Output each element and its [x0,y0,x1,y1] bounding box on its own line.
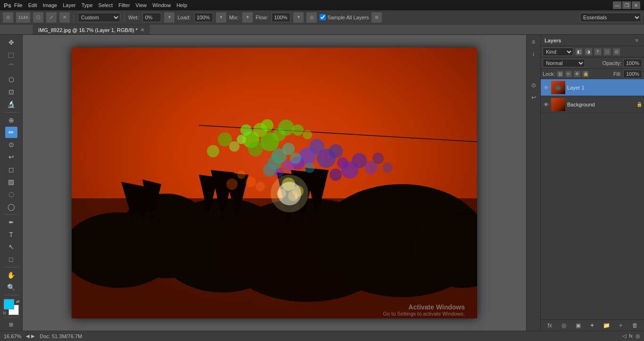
layer-item-background[interactable]: 👁 Background 🔒 [541,96,644,113]
fill-input[interactable] [623,70,642,78]
status-arrow-right[interactable]: ▶ [31,333,35,339]
essentials-select[interactable]: Essentials [580,13,641,22]
layer-visibility-eye-layer1[interactable]: 👁 [543,84,549,91]
brush-toggle-1[interactable]: ✓ [46,12,57,23]
airbrush-icon[interactable]: ◎ [306,12,317,23]
layer-new-button[interactable]: + [617,321,625,330]
wet-input[interactable] [142,13,161,22]
swap-colors-icon[interactable]: ⇄ [16,299,20,304]
status-arrow-left[interactable]: ◀ [26,333,30,339]
kind-smart-icon[interactable]: ⊙ [613,48,620,56]
kind-select[interactable]: Kind Name Effect [543,48,573,56]
layer-item-layer1[interactable]: 👁 Layer 1 [541,79,644,96]
menu-file[interactable]: File [14,2,23,8]
menu-view[interactable]: View [136,2,147,8]
panel-extra-icon[interactable]: ↩ [528,92,539,103]
document-tab[interactable]: IMG_8922.jpg @ 16.7% (Layer 1, RGB/8) * … [33,25,149,34]
pressure-icon[interactable]: ⊚ [372,12,382,23]
kind-shape-icon[interactable]: □ [603,48,611,56]
layer-visibility-eye-background[interactable]: 👁 [543,101,549,108]
menu-type[interactable]: Type [82,2,93,8]
svg-point-49 [290,153,301,164]
canvas[interactable] [72,48,477,318]
clone-stamp-tool[interactable]: ⊙ [5,139,17,150]
flow-input[interactable] [272,13,290,22]
reset-colors-icon[interactable]: ⊟ [3,311,6,315]
pen-tool[interactable]: ✒ [5,217,17,228]
close-button[interactable]: ✕ [632,1,640,9]
menu-select[interactable]: Select [99,2,113,8]
eraser-tool[interactable]: ◻ [5,164,17,175]
lock-transparency-icon[interactable]: ▥ [557,71,563,77]
menu-filter[interactable]: Filter [118,2,130,8]
menu-edit[interactable]: Edit [28,2,37,8]
blend-mode-select[interactable]: Normal Dissolve Multiply Screen Overlay [543,59,585,67]
brush-tool[interactable]: ✏ [5,127,17,138]
status-doc-info: Doc: 51.3M/76.7M [40,333,82,339]
titlebar-controls: — ❐ ✕ [613,1,640,9]
wet-dropdown[interactable]: ▼ [164,12,174,23]
type-tool[interactable]: T [5,229,17,240]
layer-delete-button[interactable]: 🗑 [631,321,639,330]
history-brush-tool[interactable]: ↩ [5,151,17,162]
hand-tool[interactable]: ✋ [5,269,17,281]
sample-all-checkbox[interactable] [320,14,326,20]
gradient-tool[interactable]: ▨ [5,176,17,187]
status-icon-1[interactable]: ◁ [622,333,626,339]
brush-preset-picker[interactable]: ⊙ [3,12,13,23]
panel-toggle-icon[interactable]: ↕ [528,49,539,59]
layer-mask-button[interactable]: ◎ [560,321,568,330]
move-tool[interactable]: ✥ [5,37,17,48]
kind-adjust-icon[interactable]: ◑ [585,48,592,56]
menu-layer[interactable]: Layer [63,2,76,8]
menu-window[interactable]: Window [152,2,171,8]
canvas-area[interactable]: Activate Windows Go to Settings to activ… [23,35,526,331]
menu-help[interactable]: Help [176,2,187,8]
healing-tool[interactable]: ⊕ [5,114,17,126]
marquee-tool[interactable]: ⬚ [5,49,17,60]
layer-style-button[interactable]: ✦ [588,321,596,330]
lock-all-icon[interactable]: 🔒 [582,71,589,77]
kind-type-icon[interactable]: T [594,48,602,56]
kind-pixel-icon[interactable]: ◧ [575,48,583,56]
menu-image[interactable]: Image [43,2,58,8]
lock-move-icon[interactable]: ✥ [574,71,580,77]
quick-mask-tool[interactable]: ⊞ [5,319,17,331]
load-dropdown[interactable]: ▼ [216,12,226,23]
path-select-tool[interactable]: ↖ [5,241,17,252]
preset-select[interactable]: Custom [78,13,120,22]
brush-mode-icon[interactable]: ⬡ [33,12,43,23]
layer-group-button[interactable]: 📁 [603,321,611,330]
crop-tool[interactable]: ⊡ [5,86,17,97]
fill-label: Fill: [613,71,621,77]
lasso-tool[interactable]: ⌒ [5,62,17,73]
maximize-button[interactable]: ❐ [622,1,631,9]
svg-point-26 [261,119,273,131]
panel-brush-icon[interactable]: ⊙ [528,80,539,90]
lock-paint-icon[interactable]: ✏ [565,71,572,77]
quick-select-tool[interactable]: ⬡ [5,74,17,85]
toolbar: ✥ ⬚ ⌒ ⬡ ⊡ 🔬 ⊕ ✏ ⊙ ↩ ◻ ▨ ◌ ◯ ✒ T ↖ □ ✋ 🔍 … [0,35,23,331]
layers-panel-menu-icon[interactable]: ≡ [634,37,640,44]
layer-fx-button[interactable]: fx [545,321,554,330]
opacity-input[interactable] [623,59,642,67]
zoom-tool[interactable]: 🔍 [5,282,17,293]
panel-dock-icon[interactable]: ≡ [528,37,539,47]
brush-toggle-2[interactable]: ✕ [59,12,70,23]
status-fx-icon[interactable]: fx [629,333,633,339]
status-icon-3[interactable]: ◎ [636,333,640,339]
layers-panel-header: Layers ≡ [541,35,644,46]
foreground-color-box[interactable] [4,299,14,309]
blur-tool[interactable]: ◌ [5,188,17,200]
eyedropper-tool[interactable]: 🔬 [5,98,17,110]
dodge-tool[interactable]: ◯ [5,201,17,212]
flow-dropdown[interactable]: ▼ [293,12,304,23]
layer-adjustment-button[interactable]: ▣ [574,321,582,330]
shape-tool[interactable]: □ [5,253,17,265]
sample-all-label: Sample All Layers [327,15,369,20]
svg-point-29 [218,132,232,146]
minimize-button[interactable]: — [613,1,621,9]
mix-dropdown[interactable]: ▼ [242,12,253,23]
tab-close-icon[interactable]: ✕ [140,27,144,32]
load-input[interactable] [194,13,213,22]
